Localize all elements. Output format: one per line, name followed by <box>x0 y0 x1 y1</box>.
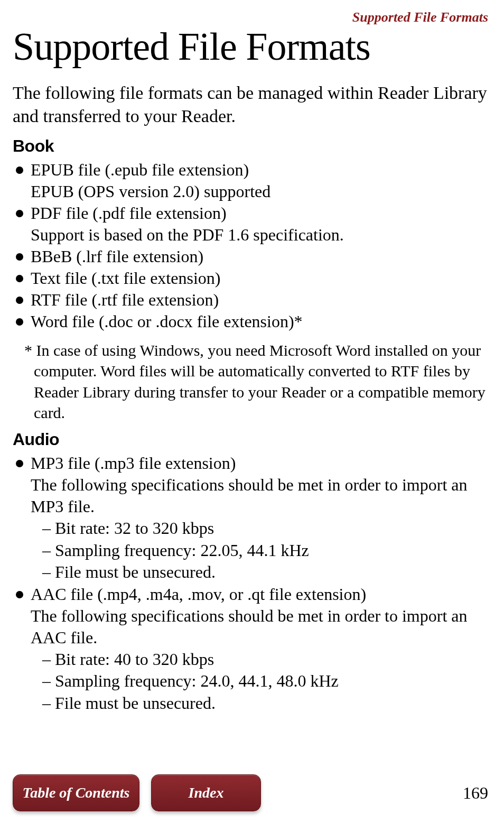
list-item: Text file (.txt file extension) <box>16 267 488 289</box>
spec-item: File must be unsecured. <box>42 692 488 715</box>
list-item: MP3 file (.mp3 file extension) The follo… <box>16 452 488 584</box>
running-head: Supported File Formats <box>13 10 488 25</box>
spec-item: Sampling frequency: 24.0, 44.1, 48.0 kHz <box>42 670 488 692</box>
list-item-desc: The following specifications should be m… <box>31 605 488 649</box>
book-list: EPUB file (.epub file extension) EPUB (O… <box>13 159 488 332</box>
list-item-text: Text file (.txt file extension) <box>31 269 220 288</box>
list-item: EPUB file (.epub file extension) EPUB (O… <box>16 159 488 202</box>
page-title: Supported File Formats <box>13 26 488 68</box>
list-item-text: AAC file (.mp4, .m4a, .mov, or .qt file … <box>31 585 366 604</box>
page-number: 169 <box>463 783 488 803</box>
list-item-subtext: EPUB (OPS version 2.0) supported <box>31 181 488 202</box>
list-item-text: Word file (.doc or .docx file extension)… <box>31 312 303 331</box>
footnote: * In case of using Windows, you need Mic… <box>13 340 488 423</box>
section-heading-book: Book <box>13 136 488 156</box>
list-item-text: PDF file (.pdf file extension) <box>31 204 227 223</box>
audio-list: MP3 file (.mp3 file extension) The follo… <box>13 452 488 714</box>
list-item: PDF file (.pdf file extension) Support i… <box>16 202 488 246</box>
list-item: BBeB (.lrf file extension) <box>16 246 488 267</box>
intro-paragraph: The following file formats can be manage… <box>13 81 488 128</box>
list-item: RTF file (.rtf file extension) <box>16 289 488 311</box>
list-item-subtext: Support is based on the PDF 1.6 specific… <box>31 224 488 246</box>
spec-item: File must be unsecured. <box>42 561 488 584</box>
spec-item: Sampling frequency: 22.05, 44.1 kHz <box>42 540 488 562</box>
section-heading-audio: Audio <box>13 430 488 449</box>
list-item-desc: The following specifications should be m… <box>31 474 488 517</box>
list-item-text: EPUB file (.epub file extension) <box>31 160 249 179</box>
index-button[interactable]: Index <box>151 774 261 811</box>
list-item-text: MP3 file (.mp3 file extension) <box>31 454 236 473</box>
list-item-text: RTF file (.rtf file extension) <box>31 290 219 309</box>
list-item-text: BBeB (.lrf file extension) <box>31 247 203 266</box>
footer: Table of Contents Index 169 <box>13 774 488 811</box>
spec-list: Bit rate: 32 to 320 kbps Sampling freque… <box>31 517 488 584</box>
spec-item: Bit rate: 40 to 320 kbps <box>42 649 488 671</box>
list-item: Word file (.doc or .docx file extension)… <box>16 311 488 332</box>
spec-list: Bit rate: 40 to 320 kbps Sampling freque… <box>31 649 488 715</box>
spec-item: Bit rate: 32 to 320 kbps <box>42 517 488 540</box>
table-of-contents-button[interactable]: Table of Contents <box>13 774 139 811</box>
list-item: AAC file (.mp4, .m4a, .mov, or .qt file … <box>16 584 488 715</box>
page: Supported File Formats Supported File Fo… <box>0 0 504 823</box>
